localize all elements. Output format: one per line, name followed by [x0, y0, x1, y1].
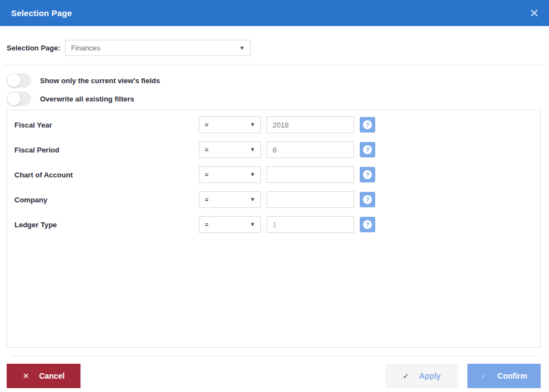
help-icon: ? [363, 145, 372, 154]
help-button[interactable]: ? [360, 117, 375, 133]
operator-dropdown[interactable]: = ▼ [199, 116, 261, 133]
help-icon: ? [363, 195, 372, 204]
help-icon: ? [363, 170, 372, 179]
operator-dropdown[interactable]: = ▼ [199, 166, 261, 183]
toggles-section: Show only the current view's fields Over… [7, 73, 542, 106]
chevron-down-icon: ▼ [250, 197, 255, 202]
help-icon: ? [363, 220, 372, 229]
filter-value-input[interactable] [266, 141, 354, 158]
help-button[interactable]: ? [360, 167, 375, 182]
cancel-x-icon: ✕ [23, 372, 29, 380]
operator-dropdown[interactable]: = ▼ [199, 141, 261, 158]
toggle-show-current-view-fields[interactable]: Show only the current view's fields [7, 73, 542, 88]
operator-value: = [205, 221, 208, 228]
cancel-button[interactable]: ✕ Cancel [7, 364, 80, 388]
apply-button[interactable]: ✓ Apply [385, 364, 458, 388]
chevron-down-icon: ▼ [239, 45, 245, 51]
page-title: Selection Page [11, 8, 72, 18]
filters-panel: Fiscal Year = ▼ ? Fiscal Period = ▼ ? Ch… [7, 110, 541, 348]
help-icon: ? [363, 120, 372, 129]
filter-row-fiscal-year: Fiscal Year = ▼ ? [14, 116, 540, 133]
operator-value: = [205, 146, 208, 153]
filter-row-ledger-type: Ledger Type = ▼ ? [14, 216, 540, 233]
selection-page-label: Selection Page: [7, 44, 65, 52]
top-divider [3, 65, 546, 65]
operator-value: = [205, 121, 208, 128]
filter-row-company: Company = ▼ ? [14, 191, 540, 208]
cancel-button-label: Cancel [39, 371, 64, 380]
filter-label: Fiscal Year [14, 121, 199, 129]
toggle-label: Overwrite all existing filters [40, 95, 134, 103]
selection-page-value: Finances [71, 44, 100, 52]
filter-value-input[interactable] [266, 116, 354, 133]
footer-right-group: ✓ Apply ✓ Confirm [385, 364, 541, 388]
chevron-down-icon: ▼ [250, 122, 255, 128]
toggle-overwrite-filters[interactable]: Overwrite all existing filters [7, 91, 542, 106]
footer: ✕ Cancel ✓ Apply ✓ Confirm [0, 364, 549, 388]
chevron-down-icon: ▼ [250, 147, 255, 152]
filter-value-input[interactable] [266, 166, 354, 183]
confirm-button[interactable]: ✓ Confirm [467, 364, 541, 388]
help-button[interactable]: ? [360, 142, 375, 157]
footer-divider [11, 356, 538, 357]
help-button[interactable]: ? [360, 192, 375, 207]
selection-page-row: Selection Page: Finances ▼ [7, 40, 542, 56]
filter-label: Ledger Type [14, 221, 199, 229]
apply-button-label: Apply [419, 371, 441, 380]
toggle-switch[interactable] [7, 91, 31, 106]
chevron-down-icon: ▼ [250, 172, 255, 177]
filter-label: Company [14, 196, 199, 204]
check-icon: ✓ [402, 372, 409, 380]
operator-dropdown[interactable]: = ▼ [199, 191, 261, 208]
help-button[interactable]: ? [360, 217, 375, 232]
operator-dropdown[interactable]: = ▼ [199, 216, 261, 233]
toggle-knob [7, 92, 21, 105]
filter-value-input[interactable] [266, 216, 354, 233]
toggle-switch[interactable] [7, 73, 31, 88]
toggle-label: Show only the current view's fields [40, 77, 160, 85]
filter-label: Chart of Account [14, 171, 199, 179]
close-icon[interactable]: ✕ [529, 7, 539, 19]
toggle-knob [7, 74, 21, 87]
confirm-button-label: Confirm [497, 371, 527, 380]
filter-row-fiscal-period: Fiscal Period = ▼ ? [14, 141, 540, 158]
modal-header: Selection Page ✕ [0, 0, 549, 26]
chevron-down-icon: ▼ [250, 222, 255, 227]
selection-page-dropdown[interactable]: Finances ▼ [65, 40, 251, 56]
filter-label: Fiscal Period [14, 146, 199, 154]
operator-value: = [205, 171, 208, 178]
filter-row-chart-of-account: Chart of Account = ▼ ? [14, 166, 540, 183]
operator-value: = [205, 196, 208, 203]
check-icon: ✓ [481, 372, 487, 380]
filter-value-input[interactable] [266, 191, 354, 208]
